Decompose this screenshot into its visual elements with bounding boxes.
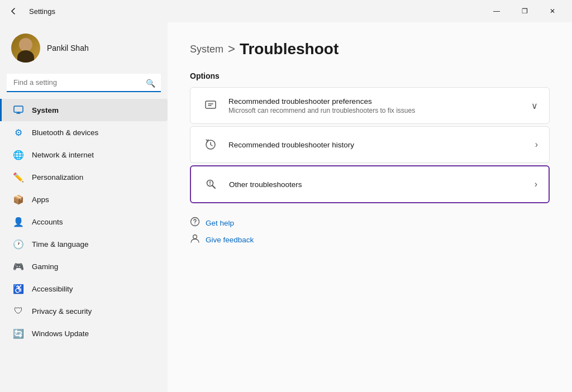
close-button[interactable]: ✕ xyxy=(540,2,565,20)
title-bar: Settings — ❐ ✕ xyxy=(0,0,572,22)
option-title-history: Recommended troubleshooter history xyxy=(228,141,535,149)
sidebar-item-label-system: System xyxy=(32,106,59,114)
app-body: Pankil Shah 🔍 System ⚙ Bluetooth & devic… xyxy=(0,22,572,392)
gaming-icon: 🎮 xyxy=(13,261,24,272)
get-help-icon xyxy=(190,217,200,229)
network-icon: 🌐 xyxy=(13,149,24,160)
option-title-other: Other troubleshooters xyxy=(229,180,535,189)
sidebar-item-label-personalization: Personalization xyxy=(32,173,83,181)
sidebar-item-label-privacy: Privacy & security xyxy=(32,307,92,315)
sidebar-item-network[interactable]: 🌐 Network & internet xyxy=(0,144,168,166)
personalization-icon: ✏️ xyxy=(13,171,24,183)
sidebar-item-label-bluetooth: Bluetooth & devices xyxy=(32,128,98,137)
sidebar-item-label-accounts: Accounts xyxy=(32,218,63,226)
option-text-history: Recommended troubleshooter history xyxy=(228,141,535,149)
system-icon xyxy=(13,104,24,116)
give-feedback-icon xyxy=(190,233,200,246)
title-bar-left: Settings xyxy=(4,2,55,20)
option-icon-other xyxy=(202,175,220,193)
privacy-icon: 🛡 xyxy=(13,305,24,317)
get-help-link[interactable]: Get help xyxy=(190,217,550,229)
svg-point-6 xyxy=(193,235,197,239)
user-name: Pankil Shah xyxy=(47,44,89,52)
give-feedback-link[interactable]: Give feedback xyxy=(190,233,550,246)
get-help-label: Get help xyxy=(206,219,234,227)
window-controls: — ❐ ✕ xyxy=(484,2,565,20)
bluetooth-icon: ⚙ xyxy=(13,127,24,138)
sidebar-item-accessibility[interactable]: ♿ Accessibility xyxy=(0,278,168,300)
options-list: Recommended troubleshooter preferences M… xyxy=(190,87,550,203)
option-text-prefs: Recommended troubleshooter preferences M… xyxy=(228,97,531,114)
sidebar-item-time[interactable]: 🕐 Time & language xyxy=(0,233,168,255)
option-icon-prefs xyxy=(202,97,220,114)
main-content: System > Troubleshoot Options Recommende… xyxy=(168,22,572,392)
give-feedback-label: Give feedback xyxy=(206,236,254,244)
accessibility-icon: ♿ xyxy=(13,283,24,294)
sidebar-item-accounts[interactable]: 👤 Accounts xyxy=(0,211,168,233)
accounts-icon: 👤 xyxy=(13,216,24,227)
search-box: 🔍 xyxy=(7,74,161,92)
time-icon: 🕐 xyxy=(13,238,24,250)
window-title: Settings xyxy=(29,7,55,16)
svg-point-5 xyxy=(194,223,195,224)
sidebar-item-label-time: Time & language xyxy=(32,240,89,248)
search-input[interactable] xyxy=(7,74,161,92)
svg-rect-1 xyxy=(206,101,216,108)
sidebar-nav: System ⚙ Bluetooth & devices 🌐 Network &… xyxy=(0,99,168,345)
sidebar-item-label-apps: Apps xyxy=(32,195,49,204)
help-section: Get help Give feedback xyxy=(190,217,550,246)
sidebar-item-personalization[interactable]: ✏️ Personalization xyxy=(0,166,168,188)
sidebar: Pankil Shah 🔍 System ⚙ Bluetooth & devic… xyxy=(0,22,168,392)
minimize-button[interactable]: — xyxy=(484,2,509,20)
chevron-down-icon-prefs: ∨ xyxy=(531,101,538,111)
option-title-prefs: Recommended troubleshooter preferences xyxy=(228,97,531,106)
update-icon: 🔄 xyxy=(13,328,24,339)
sidebar-item-system[interactable]: System xyxy=(0,99,168,121)
sidebar-item-bluetooth[interactable]: ⚙ Bluetooth & devices xyxy=(0,121,168,144)
option-icon-history xyxy=(202,136,220,154)
sidebar-item-label-accessibility: Accessibility xyxy=(32,285,73,293)
user-profile[interactable]: Pankil Shah xyxy=(0,27,168,74)
sidebar-item-label-network: Network & internet xyxy=(32,151,94,159)
sidebar-item-label-gaming: Gaming xyxy=(32,262,58,271)
option-recommended-history[interactable]: Recommended troubleshooter history › xyxy=(190,126,550,163)
option-subtitle-prefs: Microsoft can recommend and run troubles… xyxy=(228,107,531,114)
search-icon: 🔍 xyxy=(146,79,155,88)
restore-button[interactable]: ❐ xyxy=(512,2,537,20)
sidebar-item-apps[interactable]: 📦 Apps xyxy=(0,188,168,211)
chevron-right-icon-history: › xyxy=(535,140,538,150)
sidebar-item-label-update: Windows Update xyxy=(32,329,89,338)
breadcrumb: System > Troubleshoot xyxy=(190,40,550,58)
option-text-other: Other troubleshooters xyxy=(229,180,535,189)
sidebar-item-gaming[interactable]: 🎮 Gaming xyxy=(0,255,168,278)
option-recommended-prefs[interactable]: Recommended troubleshooter preferences M… xyxy=(190,87,550,124)
section-label: Options xyxy=(190,71,550,80)
breadcrumb-separator: > xyxy=(228,42,235,56)
breadcrumb-parent[interactable]: System xyxy=(190,44,223,55)
avatar xyxy=(11,34,40,63)
page-title: Troubleshoot xyxy=(240,40,339,58)
option-other-troubleshooters[interactable]: Other troubleshooters › xyxy=(190,165,550,203)
chevron-right-icon-other: › xyxy=(535,179,537,189)
apps-icon: 📦 xyxy=(13,194,24,205)
svg-rect-0 xyxy=(14,106,23,112)
back-button[interactable] xyxy=(4,2,22,20)
sidebar-item-update[interactable]: 🔄 Windows Update xyxy=(0,322,168,345)
sidebar-item-privacy[interactable]: 🛡 Privacy & security xyxy=(0,300,168,322)
